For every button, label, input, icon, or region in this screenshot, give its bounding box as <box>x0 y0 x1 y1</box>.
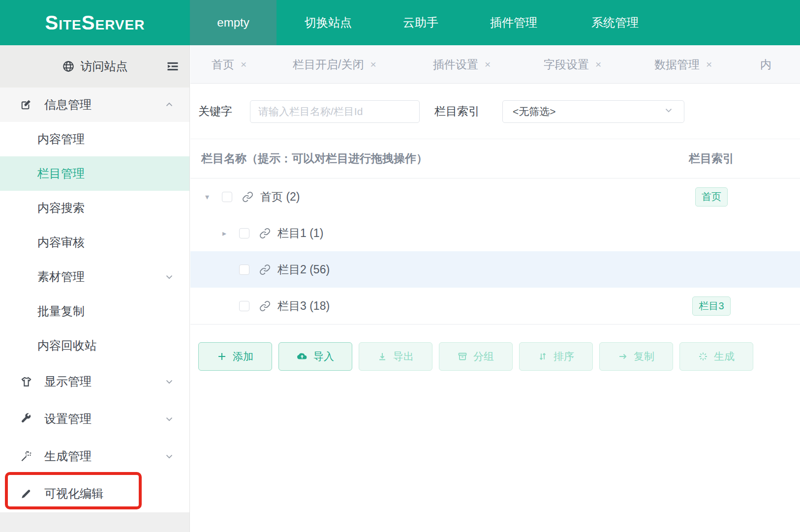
export-button[interactable]: 导出 <box>359 342 432 371</box>
archive-icon <box>458 352 467 361</box>
top-header: SiteServer empty 切换站点 云助手 插件管理 系统管理 <box>0 0 800 45</box>
table-row: ▸ 栏目1 (1) <box>190 215 800 251</box>
channel-link[interactable]: 栏目3 (18) <box>277 298 330 314</box>
chevron-down-icon <box>663 105 674 118</box>
channel-index-badge: 栏目3 <box>692 296 730 316</box>
nav-site-empty[interactable]: empty <box>190 0 277 45</box>
nav-plugin-management[interactable]: 插件管理 <box>490 0 537 45</box>
close-icon[interactable]: × <box>241 59 246 70</box>
import-button[interactable]: 导入 <box>278 342 352 371</box>
sidebar-item-label: 内容回收站 <box>37 338 96 354</box>
sidebar-item-label: 内容管理 <box>37 131 85 147</box>
row-checkbox[interactable] <box>239 228 249 238</box>
siteserver-logo: SiteServer <box>0 0 190 45</box>
row-checkbox[interactable] <box>239 301 249 311</box>
close-icon[interactable]: × <box>370 59 376 70</box>
sparkle-icon <box>698 352 708 361</box>
channel-index-select[interactable]: <无筛选> <box>502 100 684 123</box>
arrow-right-icon <box>618 352 628 361</box>
sidebar-item-label: 批量复制 <box>37 303 85 319</box>
sort-icon <box>538 352 548 361</box>
sidebar-item-visual-editor[interactable]: 可视化编辑 <box>0 475 189 512</box>
link-icon[interactable] <box>259 264 271 275</box>
sidebar-item-label: 显示管理 <box>44 374 92 389</box>
group-button[interactable]: 分组 <box>439 342 513 371</box>
channel-index-badge: 首页 <box>695 187 728 207</box>
link-icon[interactable] <box>259 300 271 312</box>
caret-right-icon[interactable]: ▸ <box>222 229 233 238</box>
table-row: ▾ 首页 (2) 首页 <box>190 178 800 215</box>
chevron-up-icon <box>164 99 175 110</box>
sidebar-item-settings-management[interactable]: 设置管理 <box>0 400 189 438</box>
add-button[interactable]: 添加 <box>198 342 272 371</box>
chevron-down-icon <box>164 451 175 462</box>
channel-link[interactable]: 栏目1 (1) <box>277 226 323 241</box>
sort-button[interactable]: 排序 <box>519 342 593 371</box>
sidebar: 访问站点 信息管理 <box>0 45 190 532</box>
chevron-down-icon <box>164 376 175 387</box>
sidebar-menu: 信息管理 内容管理 栏目管理 内容搜索 内容审核 素材管理 <box>0 88 189 512</box>
table-row-highlighted: 栏目2 (56) <box>190 251 800 288</box>
globe-icon <box>62 60 75 73</box>
channel-index-header: 栏目索引 <box>657 151 766 166</box>
channel-name-header: 栏目名称（提示：可以对栏目进行拖拽操作） <box>201 151 428 166</box>
sidebar-item-label: 内容审核 <box>37 235 85 250</box>
row-checkbox[interactable] <box>222 192 232 202</box>
sidebar-item-content-management[interactable]: 内容管理 <box>0 122 189 156</box>
edit-square-icon <box>20 98 35 111</box>
open-tabs-bar: 首页 × 栏目开启/关闭 × 插件设置 × 字段设置 × 数据管理 × 内 <box>190 45 800 84</box>
visit-site-label: 访问站点 <box>81 59 128 74</box>
close-icon[interactable]: × <box>595 59 601 70</box>
sidebar-item-content-search[interactable]: 内容搜索 <box>0 191 189 225</box>
tab-home[interactable]: 首页 × <box>212 45 246 84</box>
sidebar-item-generate-management[interactable]: 生成管理 <box>0 438 189 475</box>
tab-label: 首页 <box>212 57 234 72</box>
keyword-input[interactable] <box>250 100 420 123</box>
cloud-upload-icon <box>297 351 308 362</box>
download-icon <box>377 352 387 361</box>
sidebar-item-material-management[interactable]: 素材管理 <box>0 260 189 294</box>
link-icon[interactable] <box>259 228 271 239</box>
tab-plugin-settings[interactable]: 插件设置 × <box>433 45 491 84</box>
tab-label: 栏目开启/关闭 <box>293 57 364 72</box>
tab-field-settings[interactable]: 字段设置 × <box>544 45 601 84</box>
sidebar-item-batch-copy[interactable]: 批量复制 <box>0 294 189 328</box>
chevron-down-icon <box>164 414 175 424</box>
caret-down-icon[interactable]: ▾ <box>205 192 216 202</box>
channel-link[interactable]: 栏目2 (56) <box>277 262 330 277</box>
plus-icon <box>217 352 227 361</box>
channel-index-label: 栏目索引 <box>434 104 480 119</box>
visit-site-button[interactable]: 访问站点 <box>0 45 189 88</box>
sidebar-item-info-management[interactable]: 信息管理 <box>0 88 189 122</box>
sidebar-item-label: 生成管理 <box>44 448 92 464</box>
tab-channel-toggle[interactable]: 栏目开启/关闭 × <box>293 45 376 84</box>
menu-fold-icon[interactable] <box>166 59 180 73</box>
tab-partial[interactable]: 内 <box>760 45 771 84</box>
select-value: <无筛选> <box>513 105 556 118</box>
sidebar-item-content-recycle[interactable]: 内容回收站 <box>0 328 189 363</box>
table-header-row: 栏目名称（提示：可以对栏目进行拖拽操作） 栏目索引 <box>190 139 800 178</box>
chevron-down-icon <box>164 271 175 282</box>
sidebar-item-label: 设置管理 <box>44 411 92 427</box>
sidebar-item-content-review[interactable]: 内容审核 <box>0 225 189 260</box>
tab-data-management[interactable]: 数据管理 × <box>654 45 712 84</box>
tshirt-icon <box>20 375 35 388</box>
channel-tree: ▾ 首页 (2) 首页 ▸ <box>190 178 800 325</box>
sidebar-item-display-management[interactable]: 显示管理 <box>0 363 189 400</box>
siteserver-admin: SiteServer empty 切换站点 云助手 插件管理 系统管理 访问站点 <box>0 0 800 532</box>
sidebar-item-channel-management[interactable]: 栏目管理 <box>0 156 189 191</box>
close-icon[interactable]: × <box>706 59 712 70</box>
sidebar-item-label: 素材管理 <box>37 269 85 285</box>
magic-wand-icon <box>20 450 35 463</box>
tab-label: 数据管理 <box>654 57 700 72</box>
close-icon[interactable]: × <box>485 59 491 70</box>
table-row: 栏目3 (18) 栏目3 <box>190 288 800 324</box>
copy-button[interactable]: 复制 <box>599 342 673 371</box>
link-icon[interactable] <box>242 191 253 203</box>
nav-system-management[interactable]: 系统管理 <box>591 0 639 45</box>
row-checkbox[interactable] <box>239 265 249 275</box>
nav-cloud-assistant[interactable]: 云助手 <box>403 0 438 45</box>
generate-button[interactable]: 生成 <box>679 342 753 371</box>
nav-switch-site[interactable]: 切换站点 <box>305 0 352 45</box>
channel-link[interactable]: 首页 (2) <box>260 189 300 205</box>
